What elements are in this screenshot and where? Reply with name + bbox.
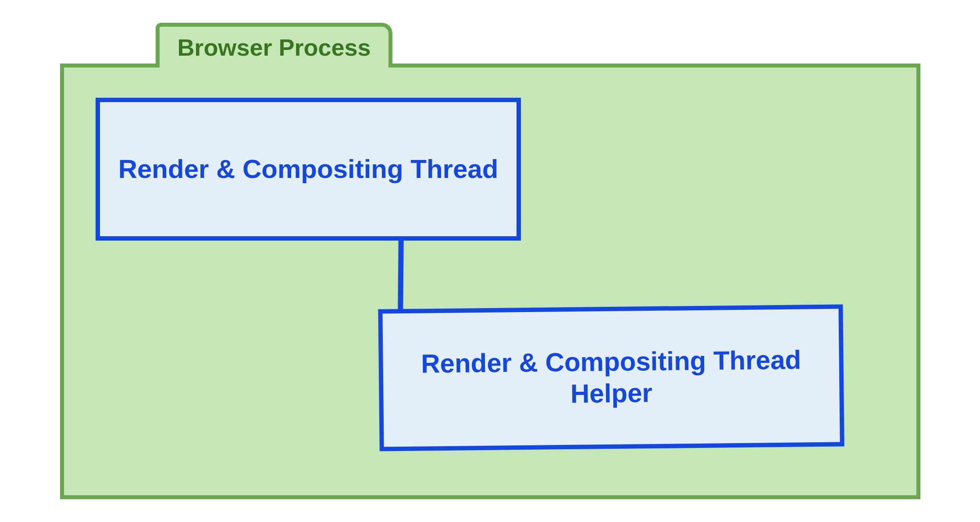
- thread-label: Render & Compositing Thread: [108, 146, 509, 192]
- thread-box-render-compositing-helper: Render & Compositing Thread Helper: [378, 304, 844, 451]
- process-tab: Browser Process: [156, 23, 392, 67]
- thread-box-render-compositing: Render & Compositing Thread: [96, 98, 521, 241]
- diagram-canvas: Browser Process Render & Compositing Thr…: [0, 0, 980, 522]
- connector-line: [398, 241, 403, 309]
- tab-joiner: [160, 64, 388, 67]
- thread-label: Render & Compositing Thread Helper: [383, 337, 840, 419]
- process-title: Browser Process: [177, 34, 371, 61]
